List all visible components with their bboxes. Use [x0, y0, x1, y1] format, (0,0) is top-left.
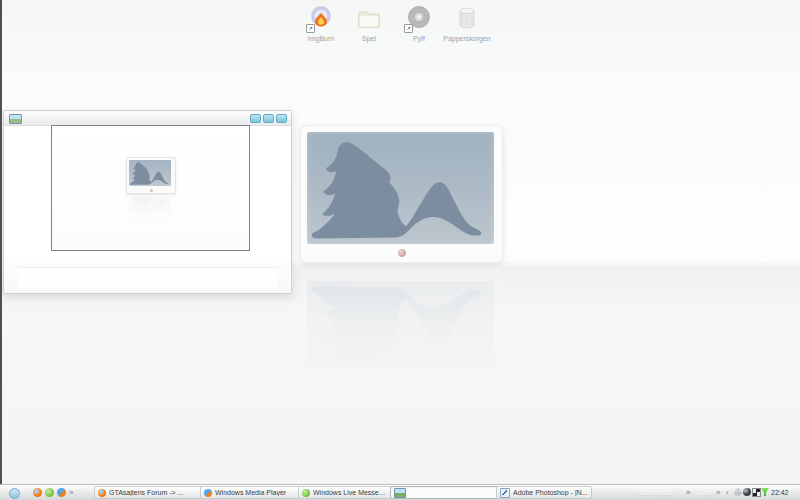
tray-checker-icon[interactable] [752, 488, 761, 497]
image-canvas[interactable] [51, 125, 250, 251]
picture-frame [300, 125, 503, 263]
desktop-icon-label: Papperskorgen [438, 35, 496, 43]
firefox-icon [98, 489, 106, 497]
shortcut-arrow-icon: ↗ [404, 24, 413, 33]
image-icon [9, 114, 22, 124]
disc-icon: ↗ [405, 4, 433, 32]
imgburn-icon: ↗ [307, 4, 335, 32]
toolbar-spel-chevron[interactable]: » [716, 485, 720, 500]
messenger-quicklaunch-icon[interactable] [45, 488, 54, 497]
messenger-status-tray-icon[interactable] [734, 488, 742, 496]
toolbar-downloads-chevron[interactable]: » [686, 485, 690, 500]
toolbar-spel-label[interactable]: Spel [698, 485, 712, 500]
tray-orb-icon[interactable] [743, 488, 751, 496]
media-player-quicklaunch-icon[interactable] [57, 488, 66, 497]
desktop-icon-recycle-bin[interactable]: Papperskorgen [438, 4, 496, 43]
mini-frame-logo [150, 189, 153, 192]
network-tray-icon[interactable] [761, 488, 769, 496]
quicklaunch-overflow-chevron[interactable]: » [69, 485, 73, 500]
taskbar-button-gtasajtens-forum[interactable]: GTAsajtens Forum -> ... [94, 486, 202, 499]
shortcut-arrow-icon: ↗ [306, 24, 315, 33]
show-desktop-icon[interactable] [9, 488, 20, 499]
tray-collapse-chevron[interactable]: ‹ [726, 485, 729, 500]
window-statusbar [18, 267, 277, 288]
folder-icon [355, 4, 383, 32]
toolbar-downloads-label[interactable]: Downloads [638, 485, 673, 500]
silhouette-picture [307, 132, 494, 244]
screen-left-edge [0, 0, 2, 500]
media-player-icon [204, 489, 212, 497]
recycle-bin-icon [453, 4, 481, 32]
taskbar-button-image-viewer-active[interactable] [390, 486, 498, 499]
window-titlebar[interactable] [4, 111, 291, 126]
image-viewer-window [3, 110, 292, 294]
taskbar-button-media-player[interactable]: Windows Media Player [200, 486, 300, 499]
frame-logo [398, 249, 406, 257]
mini-picture-reflection [126, 194, 176, 224]
image-icon [394, 488, 406, 498]
taskbar-button-photoshop[interactable]: Adobe Photoshop - [N... [496, 486, 592, 499]
maximize-button[interactable] [263, 114, 274, 123]
taskbar: » GTAsajtens Forum -> ... Windows Media … [0, 484, 800, 500]
mini-silhouette-picture [129, 160, 171, 186]
firefox-quicklaunch-icon[interactable] [33, 488, 42, 497]
taskbar-button-live-messenger[interactable]: Windows Live Messen... [298, 486, 392, 499]
photoshop-icon [500, 488, 510, 498]
close-button[interactable] [276, 114, 287, 123]
messenger-icon [302, 489, 310, 497]
mini-picture-frame [126, 157, 176, 194]
taskbar-clock[interactable]: 22:42 [771, 485, 789, 500]
picture-frame-reflection [300, 268, 503, 400]
desktop: ↗ ImgBurn Spel ↗ Pyff [0, 0, 800, 500]
minimize-button[interactable] [250, 114, 261, 123]
